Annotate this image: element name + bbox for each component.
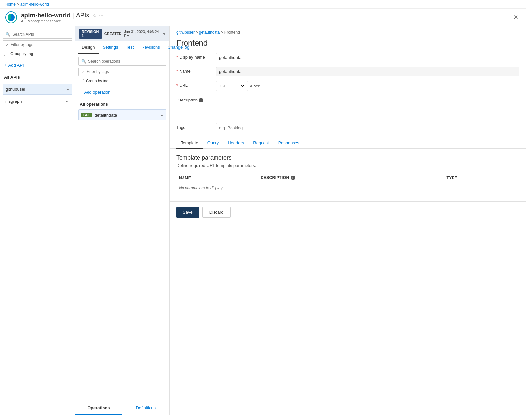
operation-item-left: GET getauthdata xyxy=(81,113,117,117)
more-icon[interactable]: ··· xyxy=(99,13,103,19)
url-method-select[interactable]: GET POST PUT DELETE PATCH xyxy=(216,81,245,91)
top-bar: apim-hello-world | APIs ☆ ··· API Manage… xyxy=(0,9,526,26)
ops-search-box[interactable]: 🔍 xyxy=(78,57,166,66)
close-icon[interactable]: ✕ xyxy=(511,12,521,22)
api-name-githubuser: githubuser xyxy=(6,87,25,92)
sidebar: 🔍 ⊿ Group by tag + Add API All APIs gith… xyxy=(0,26,75,415)
ops-group-by-tag-checkbox[interactable] xyxy=(80,79,84,83)
right-breadcrumb-frontend: Frontend xyxy=(224,30,240,35)
tab-settings[interactable]: Settings xyxy=(99,41,122,54)
plus-icon: + xyxy=(4,63,7,68)
ops-filter-box[interactable]: ⊿ xyxy=(78,68,166,76)
search-operations-input[interactable] xyxy=(88,59,163,64)
description-info-icon: i xyxy=(199,98,203,102)
tags-input[interactable] xyxy=(216,123,519,132)
revision-dropdown-icon[interactable]: ∨ xyxy=(163,31,166,36)
display-name-label: * Display name xyxy=(176,53,212,60)
add-operation-button[interactable]: + Add operation xyxy=(78,88,166,97)
api-name-msgraph: msgraph xyxy=(5,99,22,104)
params-table-head: NAME DESCRIPTION i TYPE xyxy=(176,173,519,182)
star-icon[interactable]: ☆ xyxy=(92,12,97,19)
description-row: Description i xyxy=(176,96,519,118)
method-badge-get: GET xyxy=(81,113,92,117)
app-title-section: APIs xyxy=(76,12,89,19)
breadcrumb-home[interactable]: Home xyxy=(5,2,16,7)
all-ops-label: All operations xyxy=(78,101,166,109)
discard-button[interactable]: Discard xyxy=(202,207,231,218)
sidebar-filter-box[interactable]: ⊿ xyxy=(3,40,72,49)
main-layout: 🔍 ⊿ Group by tag + Add API All APIs gith… xyxy=(0,26,526,415)
save-button[interactable]: Save xyxy=(176,207,199,218)
tags-row: Tags xyxy=(176,123,519,132)
required-star-2: * xyxy=(176,69,178,74)
api-more-msgraph[interactable]: ··· xyxy=(66,99,70,104)
app-title-main: apim-hello-world xyxy=(21,12,71,19)
page-title: Frontend xyxy=(170,36,526,53)
ops-search-icon: 🔍 xyxy=(81,59,86,64)
sub-tab-responses[interactable]: Responses xyxy=(274,137,304,149)
middle-pane: REVISION 1 CREATED Jan 31, 2023, 4:06:24… xyxy=(75,26,170,415)
url-row-inputs: GET POST PUT DELETE PATCH xyxy=(216,81,519,91)
api-more-githubuser[interactable]: ··· xyxy=(65,86,69,92)
col-type: TYPE xyxy=(444,173,520,182)
tab-design[interactable]: Design xyxy=(78,41,99,54)
col-description: DESCRIPTION i xyxy=(258,173,444,182)
revision-date: Jan 31, 2023, 4:06:24 PM xyxy=(124,30,160,38)
tab-test[interactable]: Test xyxy=(122,41,137,54)
app-title-divider: | xyxy=(72,12,74,19)
all-apis-label: All APIs xyxy=(3,73,72,82)
app-title-row: apim-hello-world | APIs ☆ ··· xyxy=(21,12,103,19)
params-table-header-row: NAME DESCRIPTION i TYPE xyxy=(176,173,519,182)
right-breadcrumb-getauthdata[interactable]: getauthdata xyxy=(199,30,220,35)
api-item-msgraph[interactable]: msgraph ··· xyxy=(3,96,72,106)
no-params-text: No parameters to display. xyxy=(176,182,519,194)
operation-item-getauthdata[interactable]: GET getauthdata ··· xyxy=(78,109,166,120)
bottom-tabs: Operations Definitions xyxy=(75,401,169,415)
description-label: Description i xyxy=(176,96,212,102)
sub-tabs-bar: Template Query Headers Request Responses xyxy=(170,137,526,149)
add-operation-label: Add operation xyxy=(84,90,111,95)
name-label: * Name xyxy=(176,67,212,74)
description-textarea[interactable] xyxy=(216,96,519,118)
required-star: * xyxy=(176,55,178,60)
app-icon-inner xyxy=(6,12,16,23)
sub-tab-query[interactable]: Query xyxy=(203,137,223,149)
add-api-button[interactable]: + Add API xyxy=(3,61,72,70)
group-by-tag-label: Group by tag xyxy=(10,52,33,56)
app-header: apim-hello-world | APIs ☆ ··· API Manage… xyxy=(5,11,103,23)
name-input[interactable] xyxy=(216,67,519,76)
sidebar-search-box[interactable]: 🔍 xyxy=(3,30,72,39)
sub-tab-template[interactable]: Template xyxy=(176,137,203,149)
operation-more-btn[interactable]: ··· xyxy=(159,112,163,117)
right-breadcrumb: githubuser > getauthdata > Frontend xyxy=(170,26,526,36)
group-by-tag-checkbox[interactable] xyxy=(4,52,8,56)
breadcrumb-service[interactable]: apim-hello-world xyxy=(20,2,49,7)
ops-group-by-tag-label: Group by tag xyxy=(86,79,108,83)
sub-tab-headers[interactable]: Headers xyxy=(223,137,248,149)
name-row: * Name xyxy=(176,67,519,76)
description-col-info-icon: i xyxy=(291,176,295,180)
tags-label: Tags xyxy=(176,123,212,130)
api-item-githubuser[interactable]: githubuser ··· xyxy=(3,84,72,95)
url-path-input[interactable] xyxy=(247,81,519,91)
tab-revisions[interactable]: Revisions xyxy=(137,41,164,54)
revision-bar: REVISION 1 CREATED Jan 31, 2023, 4:06:24… xyxy=(75,26,169,41)
display-name-input[interactable] xyxy=(216,53,519,62)
display-name-row: * Display name xyxy=(176,53,519,62)
app-subtitle: API Management service xyxy=(21,19,103,23)
ops-group-tag: Group by tag xyxy=(78,78,166,84)
bottom-tab-operations[interactable]: Operations xyxy=(75,401,122,415)
filter-apis-input[interactable] xyxy=(11,42,69,47)
template-section-title: Template parameters xyxy=(176,154,519,161)
app-icon-circle xyxy=(8,14,15,21)
template-section-desc: Define required URL template parameters. xyxy=(176,163,519,168)
add-api-label: Add API xyxy=(8,63,24,68)
search-apis-input[interactable] xyxy=(12,32,69,37)
sub-tab-request[interactable]: Request xyxy=(248,137,273,149)
revision-badge: REVISION 1 xyxy=(79,29,102,39)
top-breadcrumb: Home > apim-hello-world xyxy=(0,0,526,9)
filter-operations-input[interactable] xyxy=(87,70,163,74)
app-icon xyxy=(5,11,17,23)
bottom-tab-definitions[interactable]: Definitions xyxy=(122,401,170,415)
right-breadcrumb-githubuser[interactable]: githubuser xyxy=(176,30,195,35)
